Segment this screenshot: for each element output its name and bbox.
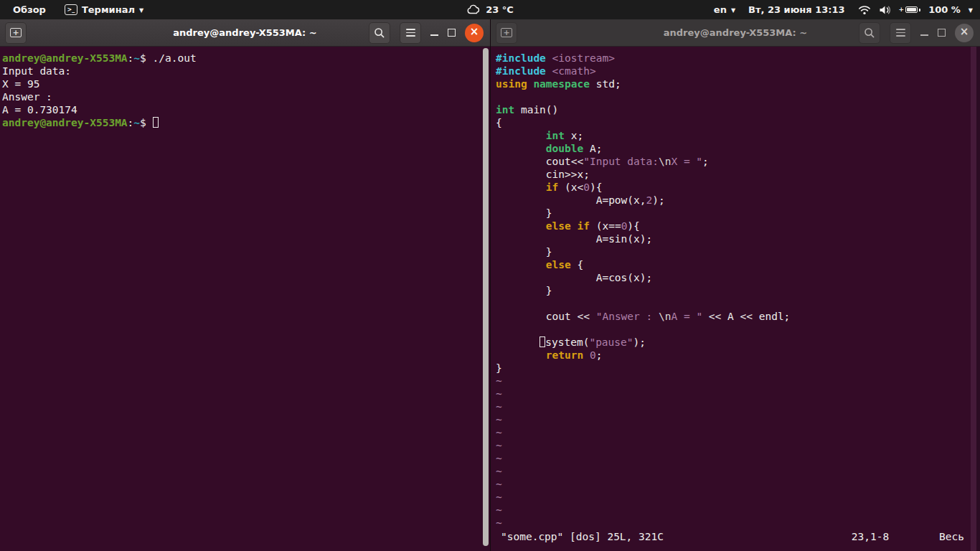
maximize-button[interactable] xyxy=(938,29,946,37)
terminal-line: andrey@andrey-X553MA:~$ ./a.out xyxy=(2,52,490,65)
keyboard-layout-indicator[interactable]: en ▼ xyxy=(714,0,735,19)
vim-tilde-line: ~ xyxy=(496,504,980,517)
terminal-line: "some.cpp" [dos] 25L, 321C 23,1-8 Весь xyxy=(501,530,964,543)
terminal-line: A=pow(x,2); xyxy=(496,194,980,207)
weather-label: 23 °C xyxy=(486,4,514,15)
terminal-line xyxy=(496,90,980,103)
terminal-app-icon: >_ xyxy=(65,4,77,15)
titlebar-left[interactable]: + andrey@andrey-X553MA: ~ × xyxy=(0,19,490,47)
vim-tilde-line: ~ xyxy=(496,439,980,452)
new-tab-icon: + xyxy=(10,28,22,37)
vim-tilde-line: ~ xyxy=(496,465,980,478)
text-cursor xyxy=(153,117,159,128)
terminal-line: A = 0.730174 xyxy=(2,103,490,116)
terminal-line: } xyxy=(496,284,980,297)
menu-button[interactable] xyxy=(890,22,911,44)
clock-label: Вт, 23 июня 13:13 xyxy=(748,4,845,15)
activities-button[interactable]: Обзор xyxy=(13,0,46,19)
scrollbar[interactable] xyxy=(971,47,980,551)
app-menu[interactable]: >_ Терминал ▼ xyxy=(65,0,143,19)
menu-button[interactable] xyxy=(400,22,421,44)
new-tab-icon: + xyxy=(501,28,512,37)
vim-tilde-line: ~ xyxy=(496,375,980,387)
terminal-screen-right[interactable]: #include <iostream>#include <cmath>using… xyxy=(491,47,980,551)
scrollbar[interactable] xyxy=(483,48,489,546)
terminal-line: } xyxy=(496,362,980,375)
weather-indicator[interactable]: 23 °C xyxy=(466,0,514,19)
minimize-icon xyxy=(430,34,438,36)
charging-plug-icon: + xyxy=(899,6,905,13)
terminal-line: cout<<"Input data:\nX = "; xyxy=(496,155,980,168)
vim-tilde-line: ~ xyxy=(496,426,980,439)
terminal-line: A=cos(x); xyxy=(496,271,980,284)
window-title: andrey@andrey-X553MA: ~ xyxy=(173,27,316,38)
terminal-line: { xyxy=(496,116,980,129)
vim-command-line: "some.cpp" [dos] 25L, 321C 23,1-8 Весь xyxy=(496,530,964,543)
terminal-line: Answer : xyxy=(2,90,490,103)
terminal-screen-left[interactable]: andrey@andrey-X553MA:~$ ./a.outInput dat… xyxy=(0,47,490,551)
maximize-icon xyxy=(938,29,946,37)
battery-percent-label: 100 % xyxy=(928,4,961,15)
terminal-line: A=sin(x); xyxy=(496,232,980,245)
terminal-line: X = 95 xyxy=(2,77,490,90)
new-tab-button[interactable]: + xyxy=(496,22,517,44)
terminal-line: int main() xyxy=(496,103,980,116)
search-icon xyxy=(374,27,385,39)
terminal-line: andrey@andrey-X553MA:~$ xyxy=(2,116,490,129)
titlebar-right[interactable]: + andrey@andrey-X553MA: ~ × xyxy=(491,19,980,47)
clock[interactable]: Вт, 23 июня 13:13 xyxy=(748,0,845,19)
vim-tilde-line: ~ xyxy=(496,517,980,529)
minimize-button[interactable] xyxy=(920,29,928,36)
terminal-line xyxy=(496,323,980,336)
vim-tilde-line: ~ xyxy=(496,452,980,465)
terminal-line: using namespace std; xyxy=(496,77,980,90)
app-menu-label: Терминал xyxy=(82,4,135,15)
vim-tilde-line: ~ xyxy=(496,491,980,504)
terminal-line: } xyxy=(496,207,980,220)
close-icon: × xyxy=(470,27,479,37)
terminal-line: return 0; xyxy=(496,349,980,362)
minimize-button[interactable] xyxy=(430,29,438,36)
vim-tilde-line: ~ xyxy=(496,413,980,426)
activities-label: Обзор xyxy=(13,4,46,15)
terminal-line: #include <cmath> xyxy=(496,65,980,77)
chevron-down-icon: ▼ xyxy=(731,8,735,14)
search-button[interactable] xyxy=(859,22,880,44)
vim-tilde-line: ~ xyxy=(496,400,980,413)
terminal-line: #include <iostream> xyxy=(496,52,980,65)
search-icon xyxy=(864,27,875,39)
system-menu[interactable]: + 100 % ▼ xyxy=(858,0,973,19)
terminal-line: int x; xyxy=(496,129,980,142)
volume-icon xyxy=(879,5,891,15)
top-bar: Обзор >_ Терминал ▼ 23 °C en ▼ Вт, 23 ию… xyxy=(0,0,980,19)
battery-icon: + xyxy=(899,6,921,14)
close-button[interactable]: × xyxy=(465,24,484,42)
terminal-line xyxy=(496,297,980,310)
vim-tilde-line: ~ xyxy=(496,478,980,491)
terminal-window-left: + andrey@andrey-X553MA: ~ × andrey@a xyxy=(0,19,490,551)
close-button[interactable]: × xyxy=(955,24,974,42)
terminal-line: system("pause"); xyxy=(496,336,980,349)
chevron-down-icon: ▼ xyxy=(969,8,973,14)
minimize-icon xyxy=(920,34,928,36)
hamburger-icon xyxy=(896,29,905,37)
wifi-icon xyxy=(858,5,871,15)
new-tab-button[interactable]: + xyxy=(5,22,27,44)
vim-buffer: #include <iostream>#include <cmath>using… xyxy=(491,47,980,529)
maximize-button[interactable] xyxy=(448,29,456,37)
cloud-icon xyxy=(466,4,481,15)
terminal-line: Input data: xyxy=(2,65,490,77)
terminal-line: double A; xyxy=(496,142,980,155)
close-icon: × xyxy=(960,27,969,37)
desktop: + andrey@andrey-X553MA: ~ × andrey@a xyxy=(0,19,980,551)
chevron-down-icon: ▼ xyxy=(139,8,143,14)
vim-tilde-line: ~ xyxy=(496,387,980,400)
maximize-icon xyxy=(448,29,456,37)
terminal-line: else if (x==0){ xyxy=(496,220,980,232)
keyboard-layout-label: en xyxy=(714,4,727,15)
terminal-line: else { xyxy=(496,258,980,271)
terminal-line: if (x<0){ xyxy=(496,181,980,194)
terminal-window-right: + andrey@andrey-X553MA: ~ × #include xyxy=(490,19,980,551)
search-button[interactable] xyxy=(369,22,390,44)
window-title: andrey@andrey-X553MA: ~ xyxy=(664,27,807,38)
